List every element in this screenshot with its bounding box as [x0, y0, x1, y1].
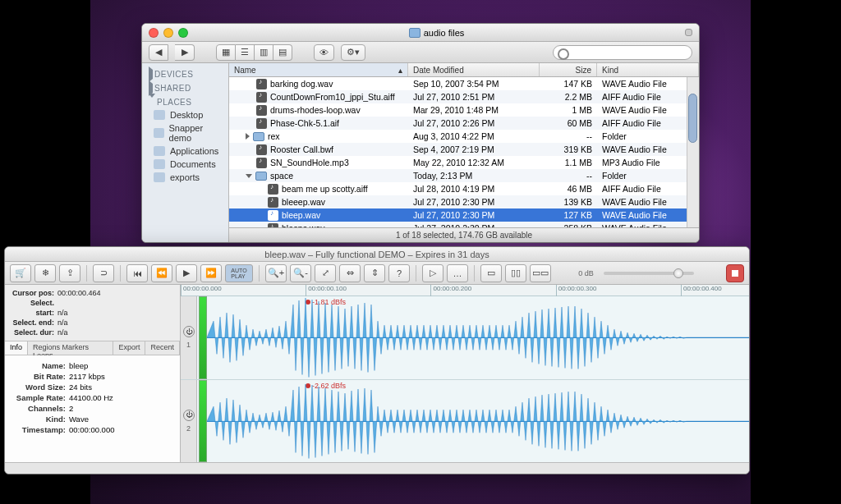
zoom-out-button[interactable]: 🔍-: [290, 264, 311, 282]
disclosure-icon[interactable]: [246, 133, 250, 140]
cell-kind: Folder: [597, 171, 699, 181]
info-value: 00:00:00.000: [69, 425, 114, 434]
join-button[interactable]: ▭▭: [530, 264, 551, 282]
forward-button[interactable]: ▶: [175, 44, 195, 61]
table-row[interactable]: bleeps.wavJul 27, 2010 2:30 PM258 KBWAVE…: [229, 222, 699, 227]
folder-icon: [154, 128, 164, 138]
table-row[interactable]: bleep.wavJul 27, 2010 2:30 PM127 KBWAVE …: [229, 208, 699, 222]
sidebar-item-documents[interactable]: Documents: [142, 158, 228, 171]
column-kind[interactable]: Kind: [597, 63, 699, 76]
cell-kind: WAVE Audio File: [597, 144, 699, 154]
stop-button[interactable]: [726, 264, 744, 282]
sidebar-item-exports[interactable]: exports: [142, 171, 228, 184]
volume-slider[interactable]: [604, 272, 694, 275]
marker-button[interactable]: ▷: [422, 264, 443, 282]
table-row[interactable]: beam me up scotty.aiffJul 28, 2010 4:19 …: [229, 182, 699, 195]
waveform[interactable]: -2.62 dBfs: [207, 380, 749, 463]
sidebar-item-desktop[interactable]: Desktop: [142, 108, 228, 121]
audio-file-icon: [268, 210, 278, 221]
power-icon[interactable]: ⏻: [183, 410, 195, 421]
tab-regions[interactable]: Regions Markers Loops: [28, 341, 113, 355]
disclosure-icon[interactable]: [149, 94, 155, 107]
zoom-vert-button[interactable]: ⇕: [364, 264, 385, 282]
view-coverflow-button[interactable]: ▤: [273, 44, 292, 61]
table-row[interactable]: barking dog.wavSep 10, 2007 3:54 PM147 K…: [229, 77, 699, 90]
editor-toolbar: 🛒 ❄ ⇪ ⊃ ⏮ ⏪ ▶ ⏩ AUTOPLAY 🔍+ 🔍- ⤢ ⇔ ⇕ ? ▷…: [5, 262, 749, 285]
help-button[interactable]: ?: [388, 264, 410, 282]
table-row[interactable]: bleeep.wavJul 27, 2010 2:30 PM139 KBWAVE…: [229, 195, 699, 208]
search-input[interactable]: [553, 45, 692, 60]
cell-date: May 22, 2010 12:32 AM: [408, 158, 540, 167]
zoom-icon[interactable]: [178, 28, 188, 38]
table-row[interactable]: spaceToday, 2:13 PM--Folder: [229, 169, 699, 182]
info-key: Channels:: [11, 403, 66, 414]
table-row[interactable]: CountDownFrom10_jppi_Stu.aiffJul 27, 201…: [229, 90, 699, 103]
sidebar-section[interactable]: DEVICES: [154, 70, 193, 79]
fast-forward-button[interactable]: ⏩: [200, 264, 222, 282]
cell-kind: WAVE Audio File: [597, 79, 699, 89]
toolbar-toggle-icon[interactable]: [685, 29, 692, 36]
scrollbar[interactable]: [687, 77, 699, 227]
view-icon-button[interactable]: ▦: [216, 44, 236, 61]
table-row[interactable]: SN_SoundHole.mp3May 22, 2010 12:32 AM1.1…: [229, 156, 699, 169]
sel-start-value: n/a: [57, 309, 68, 317]
split-button[interactable]: ▯▯: [505, 264, 526, 282]
level-meter: [199, 296, 207, 379]
column-name[interactable]: Name▴: [229, 63, 408, 76]
folder-icon: [253, 132, 264, 141]
cell-date: Aug 3, 2010 4:22 PM: [408, 131, 540, 141]
editor-statusbar: [5, 462, 749, 474]
slider-knob[interactable]: [673, 268, 683, 278]
waveform[interactable]: -1.81 dBfs: [207, 296, 749, 379]
info-key: Word Size:: [11, 382, 66, 392]
cart-icon[interactable]: 🛒: [10, 264, 31, 282]
play-button[interactable]: ▶: [176, 264, 197, 282]
power-icon[interactable]: ⏻: [183, 326, 195, 337]
tab-info[interactable]: Info: [5, 341, 28, 355]
channel-1: ⏻1 -1.81 dBfs: [181, 296, 749, 380]
snowflake-icon[interactable]: ❄: [34, 264, 56, 282]
sidebar-section[interactable]: SHARED: [154, 84, 191, 93]
column-date[interactable]: Date Modified: [408, 63, 540, 76]
finder-titlebar[interactable]: audio files: [142, 24, 699, 42]
label: Select. dur:: [10, 328, 54, 337]
minimize-icon[interactable]: [163, 28, 173, 38]
zoom-in-button[interactable]: 🔍+: [265, 264, 287, 282]
close-icon[interactable]: [149, 28, 159, 38]
tab-recent[interactable]: Recent: [145, 341, 180, 355]
folder-icon: [154, 110, 165, 120]
cell-size: 46 MB: [540, 184, 597, 194]
file-name: beam me up scotty.aiff: [282, 184, 368, 194]
sidebar-item-applications[interactable]: Applications: [142, 144, 228, 158]
clip-button[interactable]: ▭: [480, 264, 502, 282]
zoom-sel-button[interactable]: ⤢: [315, 264, 336, 282]
zoom-fit-button[interactable]: ⇔: [339, 264, 361, 282]
rewind-button[interactable]: ⏪: [151, 264, 172, 282]
label: Select. end:: [10, 318, 54, 328]
table-row[interactable]: drums-rhodes-loop.wavMar 29, 2010 1:48 P…: [229, 103, 699, 117]
table-row[interactable]: rexAug 3, 2010 4:22 PM--Folder: [229, 130, 699, 143]
tab-export[interactable]: Export: [113, 341, 145, 355]
auto-play-button[interactable]: AUTOPLAY: [225, 264, 253, 282]
cell-date: Jul 28, 2010 4:19 PM: [408, 184, 540, 194]
cursor-pos-value: 00:00:00.464: [57, 289, 101, 297]
export-icon[interactable]: ⇪: [59, 264, 80, 282]
table-row[interactable]: Rooster Call.bwfSep 4, 2007 2:19 PM319 K…: [229, 143, 699, 156]
snap-icon[interactable]: ⊃: [93, 264, 114, 282]
action-menu-button[interactable]: ⚙▾: [341, 44, 365, 61]
column-size[interactable]: Size: [540, 63, 597, 76]
quicklook-button[interactable]: 👁: [314, 44, 334, 61]
skip-start-button[interactable]: ⏮: [126, 264, 148, 282]
disclosure-icon[interactable]: [246, 174, 252, 178]
folder-icon: [409, 28, 420, 38]
table-row[interactable]: Phase-Chk-5.1.aifJul 27, 2010 2:26 PM60 …: [229, 117, 699, 130]
region-button[interactable]: …: [447, 264, 468, 282]
sidebar-item-snapper[interactable]: Snapper demo: [142, 121, 228, 144]
back-button[interactable]: ◀: [149, 44, 168, 61]
sidebar-section[interactable]: PLACES: [157, 98, 191, 107]
view-column-button[interactable]: ▥: [255, 44, 273, 61]
view-list-button[interactable]: ☰: [236, 44, 255, 61]
scrollbar-thumb[interactable]: [688, 94, 697, 143]
time-ruler[interactable]: 00:00:00.00000:00:00.10000:00:00.20000:0…: [181, 285, 749, 296]
finder-sidebar: DEVICES SHARED PLACES Desktop Snapper de…: [142, 63, 229, 242]
